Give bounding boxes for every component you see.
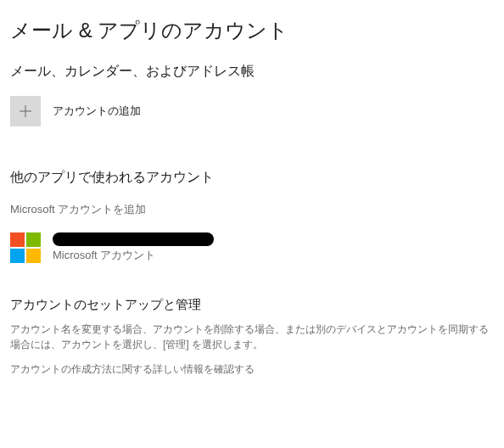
account-email-redacted [53, 232, 214, 246]
add-account-button[interactable]: アカウントの追加 [10, 96, 494, 126]
account-info: Microsoft アカウント [53, 232, 214, 263]
account-creation-info-link[interactable]: アカウントの作成方法に関する詳しい情報を確認する [10, 362, 494, 377]
page-title: メール & アプリのアカウント [10, 17, 494, 44]
account-type-label: Microsoft アカウント [53, 248, 214, 263]
setup-description: アカウント名を変更する場合、アカウントを削除する場合、または別のデバイスとアカウ… [10, 322, 494, 352]
mail-section-heading: メール、カレンダー、およびアドレス帳 [10, 63, 494, 81]
other-apps-heading: 他のアプリで使われるアカウント [10, 169, 494, 187]
account-item[interactable]: Microsoft アカウント [10, 232, 494, 263]
add-ms-account-text: Microsoft アカウントを追加 [10, 202, 494, 217]
microsoft-logo-icon [10, 232, 41, 263]
plus-icon [10, 96, 41, 126]
add-account-label: アカウントの追加 [53, 104, 141, 119]
setup-section-heading: アカウントのセットアップと管理 [10, 297, 494, 313]
